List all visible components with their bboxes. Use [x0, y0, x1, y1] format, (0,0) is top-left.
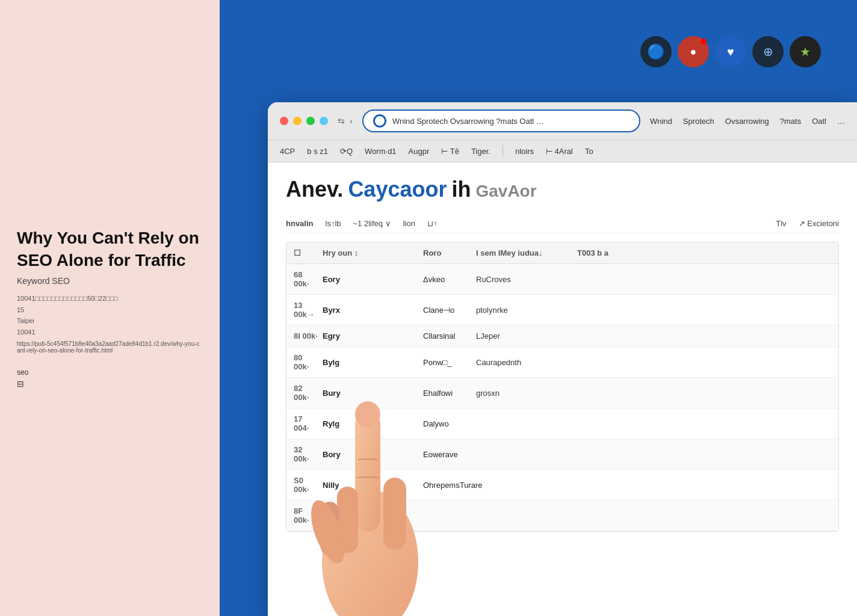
browser-window: ⇆ › Wnind Sprotech Ovsarrowing ?mats Oat…: [268, 102, 857, 616]
toolbar-item-2[interactable]: b s z1: [307, 147, 328, 156]
meta-line4: 10041: [17, 327, 203, 338]
subnav-item-1[interactable]: hnvalin: [286, 219, 314, 228]
toolbar-item-1[interactable]: 4CP: [280, 147, 295, 156]
heading-gray: GavAor: [475, 182, 536, 201]
heading-suffix: ih: [451, 177, 471, 202]
icon-4: ⊕: [763, 45, 773, 59]
browser-chrome: ⇆ › Wnind Sprotech Ovsarrowing ?mats Oat…: [268, 102, 857, 140]
col-header-7: [718, 248, 766, 257]
toolbar-divider: [503, 145, 503, 157]
article-url[interactable]: https://pub-5c454f571b8e40a3a2aad27ade84…: [17, 340, 203, 354]
forward-icon[interactable]: ›: [350, 116, 353, 126]
icon-circle-3[interactable]: ♥: [715, 36, 746, 67]
row-rank-2: 13 00k→: [294, 301, 318, 319]
row-keyword-1: Eory: [323, 275, 418, 284]
row-col3-2: ptolynrke: [476, 306, 572, 315]
svg-rect-3: [383, 478, 406, 550]
browser-loading-circle: [373, 114, 386, 128]
bookmark-3[interactable]: Ovsarrowing: [725, 117, 769, 126]
tag-icon: ⊟: [17, 379, 203, 389]
icon-5: ★: [800, 45, 811, 59]
hand-image: [292, 321, 460, 616]
icon-circle-4[interactable]: ⊕: [752, 36, 784, 67]
red-dot-icon: [701, 38, 707, 45]
subnav-item-5[interactable]: ⊔↑: [427, 219, 438, 228]
page-heading: Anev. Caycaoor ih GavAor: [286, 177, 839, 202]
content-subnav: hnvalin ls↑lb ~1 2lifeq ∨ lion ⊔↑ Tlv ↗ …: [286, 214, 839, 233]
subnav-item-3[interactable]: ~1 2lifeq ∨: [353, 219, 391, 228]
meta-line1: 10041□□□□□□□□□□□□□50□22□□□: [17, 293, 203, 304]
bookmark-5[interactable]: Oatl: [812, 117, 826, 126]
address-bar[interactable]: Wnind Sprotech Ovsarrowing ?mats Oatl …: [362, 109, 640, 132]
row-col2-1: Δvkeo: [423, 275, 471, 284]
icon-1: 🔵: [647, 43, 665, 60]
table-header: ☐ Hry oun ↕ Roro I sem IMey iudua↓ T003 …: [286, 242, 838, 264]
minimize-button[interactable]: [293, 117, 302, 125]
icon-3: ♥: [727, 45, 734, 59]
row-col3-4: Caurapednth: [476, 358, 572, 367]
browser-nav[interactable]: ⇆ ›: [338, 116, 353, 126]
col-header-roro[interactable]: Roro: [423, 248, 471, 257]
svg-rect-1: [355, 411, 380, 532]
article-category: Keyword SEO: [17, 276, 203, 286]
subnav-spacer: [449, 219, 764, 228]
row-rank-1: 68 00k·: [294, 270, 318, 288]
row-keyword-2: Byrx: [323, 306, 418, 315]
icon-circle-2[interactable]: ●: [678, 36, 709, 67]
subnav-item-4[interactable]: lion: [403, 219, 415, 228]
toolbar-item-te[interactable]: ⊢ Tē: [441, 147, 459, 156]
meta-line2: 15: [17, 304, 203, 316]
toolbar-item-tiger[interactable]: Tiger.: [471, 147, 490, 156]
col-header-5: [630, 248, 660, 257]
bookmark-more[interactable]: …: [837, 117, 845, 126]
article-title: Why You Can't Rely on SEO Alone for Traf…: [17, 227, 203, 271]
maximize-button[interactable]: [306, 117, 315, 125]
col-header-t003[interactable]: T003 b a: [577, 248, 625, 257]
svg-point-2: [355, 401, 380, 428]
col-header-8: [771, 248, 831, 257]
col-header-keyword[interactable]: Hry oun ↕: [323, 248, 418, 257]
close-button[interactable]: [280, 117, 288, 125]
top-icons-row: 🔵 ● ♥ ⊕ ★: [640, 36, 821, 67]
worn-ji-label[interactable]: Worm·d1: [365, 147, 397, 156]
toolbar-item-3[interactable]: ⟳Q: [340, 147, 353, 156]
row-col3-1: RuCroves: [476, 275, 572, 284]
toolbar-item-nloirs[interactable]: nloirs: [515, 147, 534, 156]
row-col2-2: Clane⊣o: [423, 306, 471, 315]
meta-line3: Taipei: [17, 315, 203, 327]
icon-2: ●: [690, 46, 697, 58]
toolbar-item-aral[interactable]: ⊢ 4Aral: [546, 147, 573, 156]
sidebar: Why You Can't Rely on SEO Alone for Traf…: [0, 0, 220, 616]
col-header-sem[interactable]: I sem IMey iudua↓: [476, 248, 572, 257]
heading-blue: Caycaoor: [348, 177, 447, 202]
col-header-6: [665, 248, 713, 257]
toolbar-item-augpr[interactable]: Augpr: [409, 147, 430, 156]
table-row[interactable]: 68 00k· Eory Δvkeo RuCroves: [286, 264, 838, 295]
row-col3-3: LJeper: [476, 331, 572, 340]
traffic-lights: [280, 117, 328, 125]
subnav-item-excietion[interactable]: ↗ Excietoni: [799, 219, 839, 228]
bookmark-4[interactable]: ?mats: [780, 117, 801, 126]
extra-button[interactable]: [320, 117, 328, 125]
heading-prefix: Anev.: [286, 177, 343, 202]
icon-circle-5[interactable]: ★: [790, 36, 821, 67]
browser-toolbar: 4CP b s z1 ⟳Q Worm·d1 Augpr ⊢ Tē Tiger. …: [268, 140, 857, 162]
bookmark-1[interactable]: Wnind: [650, 117, 672, 126]
main-area: 🔵 ● ♥ ⊕ ★ ⇆ ›: [220, 0, 857, 616]
nav-icon: ⇆: [338, 116, 345, 126]
bookmark-2[interactable]: Sprotech: [683, 117, 714, 126]
address-text: Wnind Sprotech Ovsarrowing ?mats Oatl …: [392, 117, 630, 126]
col-header-checkbox: ☐: [294, 248, 318, 257]
to-label[interactable]: To: [585, 147, 593, 156]
browser-bookmarks: Wnind Sprotech Ovsarrowing ?mats Oatl …: [650, 117, 845, 126]
article-tag: seo: [17, 368, 203, 377]
icon-circle-1[interactable]: 🔵: [640, 36, 672, 67]
subnav-item-6[interactable]: Tlv: [776, 219, 786, 228]
subnav-item-2[interactable]: ls↑lb: [326, 219, 341, 228]
row-col3-5: grosxn: [476, 389, 572, 398]
